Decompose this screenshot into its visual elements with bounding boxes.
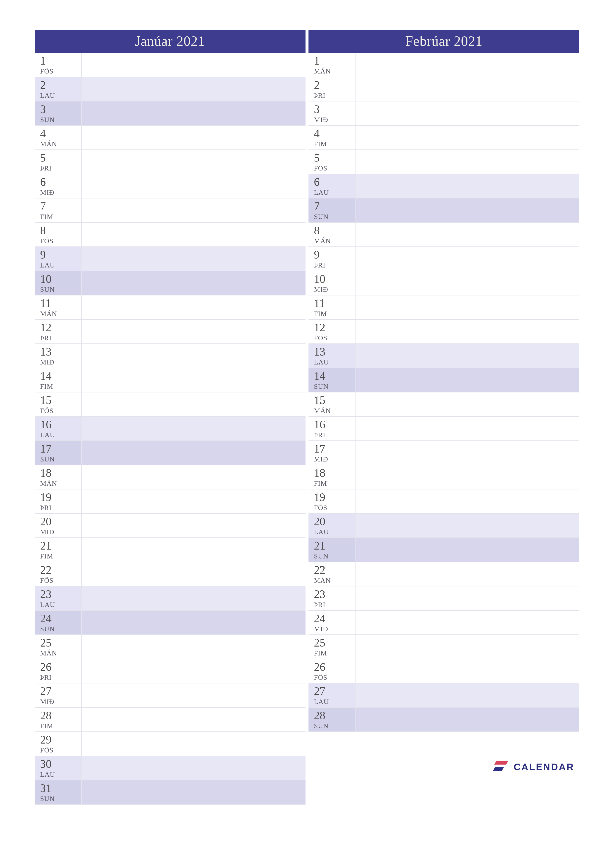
day-row: 28FIM <box>35 708 306 732</box>
day-weekday: FIM <box>40 213 81 221</box>
day-row: 22MÁN <box>308 562 579 586</box>
brand-logo-text: CALENDAR <box>514 762 574 772</box>
day-weekday: MIÐ <box>40 189 81 197</box>
day-label: 21SUN <box>308 538 355 562</box>
day-weekday: SUN <box>40 116 81 124</box>
day-note-space <box>81 756 306 780</box>
day-number: 26 <box>40 661 81 673</box>
brand-logo: CALENDAR <box>493 760 574 775</box>
day-row: 10MIÐ <box>308 271 579 295</box>
day-row: 4MÁN <box>35 126 306 150</box>
day-label: 27LAU <box>308 684 355 707</box>
day-number: 24 <box>314 613 355 625</box>
day-weekday: SUN <box>314 213 355 221</box>
day-note-space <box>355 126 579 149</box>
day-number: 1 <box>314 55 355 67</box>
day-number: 25 <box>40 637 81 649</box>
day-note-space <box>355 223 579 246</box>
day-weekday: LAU <box>40 770 81 778</box>
day-weekday: ÞRI <box>314 601 355 609</box>
day-note-space <box>81 368 306 392</box>
day-label: 18FIM <box>308 465 355 489</box>
day-number: 22 <box>314 564 355 576</box>
day-label: 26ÞRI <box>35 659 81 683</box>
day-weekday: SUN <box>314 722 355 730</box>
day-row: 9ÞRI <box>308 247 579 271</box>
day-weekday: MÁN <box>314 67 355 75</box>
day-number: 24 <box>40 613 81 625</box>
day-weekday: MIÐ <box>40 358 81 366</box>
day-row: 19ÞRI <box>35 490 306 514</box>
day-row: 25FIM <box>308 635 579 659</box>
day-weekday: ÞRI <box>314 261 355 269</box>
day-weekday: ÞRI <box>314 91 355 99</box>
day-row: 22FÖS <box>35 562 306 586</box>
day-number: 11 <box>314 298 355 309</box>
day-note-space <box>355 198 579 222</box>
day-label: 5ÞRI <box>35 150 81 174</box>
day-number: 17 <box>314 443 355 455</box>
day-row: 21SUN <box>308 538 579 562</box>
day-note-space <box>355 635 579 659</box>
day-number: 10 <box>40 273 81 285</box>
day-row: 6LAU <box>308 174 579 198</box>
day-weekday: LAU <box>40 601 81 609</box>
day-row: 25MÁN <box>35 635 306 659</box>
day-weekday: MÁN <box>314 237 355 245</box>
day-note-space <box>81 101 306 125</box>
day-label: 12ÞRI <box>35 320 81 343</box>
day-note-space <box>81 659 306 683</box>
day-weekday: LAU <box>40 261 81 269</box>
day-row: 7SUN <box>308 198 579 223</box>
day-label: 10MIÐ <box>308 271 355 295</box>
day-row: 23ÞRI <box>308 586 579 611</box>
day-label: 25FIM <box>308 635 355 659</box>
day-weekday: FIM <box>40 552 81 560</box>
day-label: 22FÖS <box>35 562 81 586</box>
day-weekday: FÖS <box>40 237 81 245</box>
day-label: 3SUN <box>35 101 81 125</box>
day-number: 4 <box>314 128 355 140</box>
day-number: 16 <box>314 418 355 431</box>
day-number: 14 <box>40 370 81 382</box>
day-number: 22 <box>40 564 81 576</box>
day-note-space <box>81 126 306 149</box>
day-number: 3 <box>40 104 81 115</box>
day-number: 18 <box>314 467 355 479</box>
day-number: 15 <box>314 394 355 406</box>
day-note-space <box>355 344 579 368</box>
day-label: 22MÁN <box>308 562 355 586</box>
day-weekday: FIM <box>314 649 355 657</box>
day-weekday: FÖS <box>314 334 355 342</box>
day-number: 5 <box>40 152 81 164</box>
day-weekday: ÞRI <box>40 334 81 342</box>
day-note-space <box>81 344 306 368</box>
day-label: 24SUN <box>35 611 81 634</box>
day-weekday: FÖS <box>40 746 81 754</box>
day-label: 17SUN <box>35 441 81 465</box>
day-label: 1FÖS <box>35 53 81 77</box>
day-row: 12ÞRI <box>35 320 306 344</box>
day-weekday: LAU <box>314 698 355 706</box>
day-note-space <box>355 611 579 634</box>
day-weekday: MIÐ <box>314 116 355 124</box>
day-note-space <box>81 465 306 489</box>
month-column-february: Febrúar 2021 1MÁN2ÞRI3MIÐ4FIM5FÖS6LAU7SU… <box>308 30 579 804</box>
day-number: 14 <box>314 370 355 382</box>
day-weekday: MIÐ <box>40 698 81 706</box>
day-number: 12 <box>40 322 81 333</box>
day-weekday: LAU <box>40 431 81 439</box>
day-row: 23LAU <box>35 586 306 611</box>
day-number: 26 <box>314 661 355 673</box>
day-note-space <box>81 635 306 659</box>
day-label: 10SUN <box>35 271 81 295</box>
day-label: 8MÁN <box>308 223 355 246</box>
day-label: 25MÁN <box>35 635 81 659</box>
day-weekday: MÁN <box>40 140 81 148</box>
day-row: 3MIÐ <box>308 101 579 126</box>
day-label: 23ÞRI <box>308 586 355 610</box>
day-number: 16 <box>40 418 81 431</box>
day-row: 2LAU <box>35 77 306 101</box>
day-number: 13 <box>314 346 355 358</box>
day-label: 13MIÐ <box>35 344 81 368</box>
